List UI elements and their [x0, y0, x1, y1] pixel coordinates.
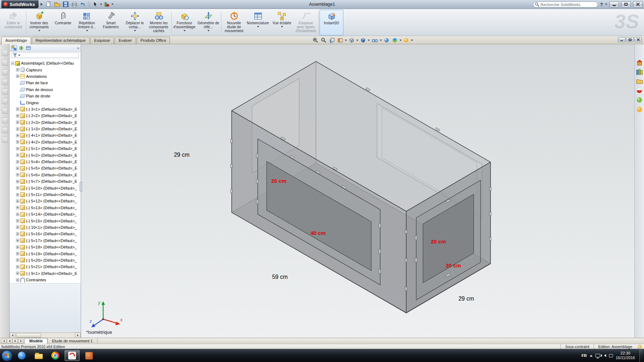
- hide-show-items-dropdown-icon[interactable]: [380, 40, 382, 41]
- tree-item-component[interactable]: (-) 5<7> (Défaut<<Défaut>_E: [10, 178, 81, 185]
- ribbon-button-assembly-features[interactable]: Fonctions d'assemblage: [172, 10, 196, 35]
- model-tab[interactable]: Modèle: [25, 338, 47, 344]
- ribbon-button-edit-component[interactable]: Editer le composant: [1, 10, 25, 35]
- tab-esquisse[interactable]: Esquisse: [90, 37, 114, 44]
- tree-item-component[interactable]: (-) 5<1> (Défaut<<Défaut>_E: [10, 145, 81, 152]
- previous-view-button[interactable]: [328, 37, 336, 44]
- expander-icon[interactable]: [16, 114, 19, 117]
- dimension-label[interactable]: 20 cm: [271, 178, 287, 184]
- tree-item-component[interactable]: (-) 4<1> (Défaut<<Défaut>_E: [10, 132, 81, 139]
- expander-icon[interactable]: [16, 213, 19, 216]
- tree-item-component[interactable]: (-) 1<3> (Défaut<<Défaut>_E: [10, 126, 81, 132]
- expander-icon[interactable]: [11, 62, 14, 65]
- scrollbar-thumb[interactable]: [16, 333, 41, 338]
- dimension-label[interactable]: 59 cm: [272, 274, 288, 280]
- tree-item-component[interactable]: (-) 5<21> (Défaut<<Défaut>_: [10, 263, 81, 270]
- close-button[interactable]: [633, 1, 643, 7]
- configurationmanager-tab[interactable]: [25, 45, 31, 51]
- zoom-area-button[interactable]: [320, 37, 327, 44]
- panel-overflow-chevron[interactable]: »: [77, 46, 79, 50]
- solidworks-resources-icon[interactable]: [636, 59, 643, 66]
- document-restore-button[interactable]: [626, 37, 634, 42]
- expander-icon[interactable]: [16, 107, 19, 111]
- section-view-button[interactable]: [337, 37, 344, 44]
- menu-expand-icon[interactable]: [41, 3, 42, 6]
- scroll-right-button[interactable]: [75, 333, 81, 338]
- open-document-button[interactable]: [53, 1, 61, 8]
- taskbar-app-button[interactable]: [81, 350, 96, 361]
- docked-tool-icon[interactable]: [2, 89, 8, 95]
- tree-item-component[interactable]: (-) 5<5> (Défaut<<Défaut>_E: [10, 165, 81, 171]
- tree-item-mates[interactable]: Contraintes: [10, 277, 81, 283]
- panel-splitter-handle[interactable]: [80, 182, 82, 192]
- help-button[interactable]: ?: [600, 2, 603, 7]
- expander-icon[interactable]: [16, 134, 19, 137]
- tree-item-origin[interactable]: Origine: [10, 99, 81, 106]
- tree-item-component[interactable]: (-) 5<6> (Défaut<<Défaut>_E: [10, 172, 81, 178]
- last-tab-button[interactable]: [18, 339, 24, 343]
- assembly-3d-model[interactable]: [81, 44, 634, 338]
- design-library-icon[interactable]: [636, 69, 643, 75]
- taskbar-explorer-button[interactable]: [31, 350, 46, 361]
- docked-tool-icon[interactable]: [2, 60, 8, 66]
- tree-item-component[interactable]: (-) 5<11> (Défaut<<Défaut>_: [10, 191, 81, 198]
- dimension-label[interactable]: 20 cm: [431, 238, 446, 245]
- view-settings-button[interactable]: [403, 37, 410, 44]
- expander-icon[interactable]: [16, 68, 19, 71]
- display-style-button[interactable]: [359, 37, 367, 44]
- expander-icon[interactable]: [16, 258, 19, 262]
- panel-horizontal-scrollbar[interactable]: [10, 332, 81, 338]
- custom-properties-icon[interactable]: [636, 106, 643, 113]
- expander-icon[interactable]: [16, 246, 19, 249]
- document-minimize-button[interactable]: [618, 37, 625, 42]
- scenes-icon[interactable]: [636, 97, 643, 103]
- reference-geometry-dropdown-icon[interactable]: [207, 30, 210, 31]
- ribbon-button-insert-components[interactable]: Insérer des composants: [27, 10, 51, 35]
- expander-icon[interactable]: [16, 239, 19, 242]
- expander-icon[interactable]: [16, 226, 19, 229]
- docked-tool-icon[interactable]: [2, 108, 8, 114]
- move-component-dropdown-icon[interactable]: [134, 30, 136, 31]
- new-document-button[interactable]: [45, 1, 52, 8]
- expander-icon[interactable]: [16, 160, 19, 164]
- save-button[interactable]: [62, 1, 70, 8]
- expander-icon[interactable]: [16, 154, 19, 157]
- tree-item-top-plane[interactable]: Plan de dessus: [10, 86, 81, 93]
- docked-tool-icon[interactable]: [2, 50, 8, 56]
- ribbon-button-exploded-view[interactable]: Vue éclatée: [270, 10, 294, 35]
- edit-appearance-button[interactable]: [383, 37, 390, 44]
- expander-icon[interactable]: [16, 173, 19, 176]
- undo-button[interactable]: [79, 1, 87, 8]
- select-tool-dropdown-icon[interactable]: [100, 4, 102, 5]
- expander-icon[interactable]: [16, 180, 19, 183]
- featuremanager-tree-tab[interactable]: [11, 45, 17, 51]
- bill-of-materials-dropdown-icon[interactable]: [257, 26, 259, 27]
- start-button[interactable]: [1, 350, 12, 361]
- appearances-icon[interactable]: [636, 87, 643, 94]
- filter-dropdown-icon[interactable]: [18, 55, 20, 56]
- motion-study-tab[interactable]: Etude de mouvement 1: [47, 338, 97, 344]
- docked-tool-icon[interactable]: [2, 79, 8, 85]
- tree-item-component[interactable]: (-) 10<1> (Défaut<<Défaut>_: [10, 224, 81, 231]
- tree-item-component[interactable]: (-) 5<4> (Défaut<<Défaut>_E: [10, 159, 81, 165]
- taskbar-clock[interactable]: 22:30 16/11/2016: [616, 351, 635, 360]
- ribbon-button-reference-geometry[interactable]: Géométrie de réfé...: [196, 10, 220, 35]
- tree-item-component[interactable]: (-) 5<15> (Défaut<<Défaut>_: [10, 217, 81, 224]
- minimize-button[interactable]: [609, 1, 619, 7]
- expander-icon[interactable]: [16, 140, 19, 144]
- dimension-label[interactable]: 29 cm: [174, 152, 190, 158]
- expander-icon[interactable]: [16, 186, 19, 190]
- tree-item-component[interactable]: (-) 5<14> (Défaut<<Défaut>_: [10, 211, 81, 217]
- expander-icon[interactable]: [16, 167, 19, 170]
- expander-icon[interactable]: [16, 206, 19, 209]
- docked-tool-icon[interactable]: [2, 117, 8, 124]
- search-input[interactable]: [533, 1, 598, 7]
- expander-icon[interactable]: [16, 272, 19, 275]
- previous-tab-button[interactable]: [7, 339, 12, 343]
- maximize-button[interactable]: [621, 1, 631, 7]
- selection-filter-button[interactable]: [103, 1, 111, 8]
- view-orientation-dropdown-icon[interactable]: [356, 40, 358, 41]
- first-tab-button[interactable]: [1, 339, 6, 343]
- tree-item-component[interactable]: (-) 5<13> (Défaut<<Défaut>_: [10, 205, 81, 211]
- section-view-dropdown-icon[interactable]: [345, 40, 347, 41]
